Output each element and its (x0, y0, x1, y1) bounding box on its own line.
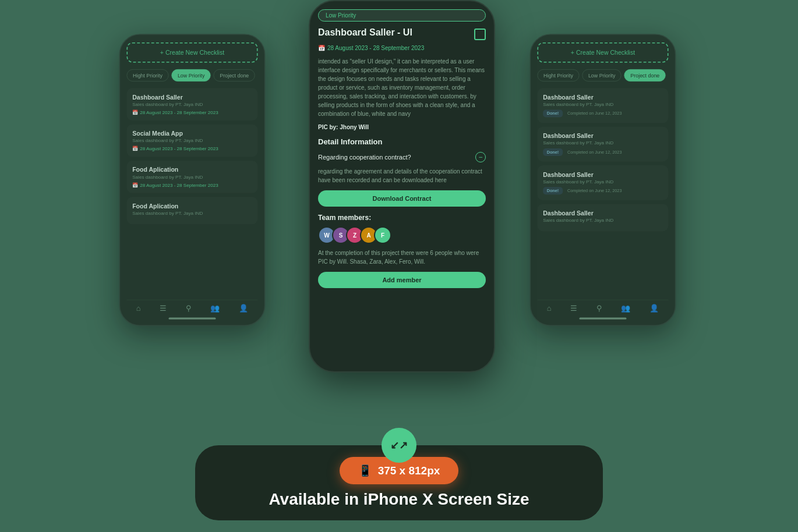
project-card-2-right[interactable]: Dashboard Saller Sales dashboard by PT. … (537, 165, 668, 200)
bottom-nav-left: ⌂ ☰ ⚲ 👥 👤 (126, 300, 257, 315)
calendar-icon-2-left: 📅 (132, 182, 138, 187)
accordion-toggle-icon[interactable]: − (475, 152, 486, 162)
tab-project-done-right[interactable]: Project done (624, 69, 666, 81)
tab-project-done-left[interactable]: Project done (214, 69, 255, 81)
iphone-label-pill: ↙↗ 📱 375 x 812px Available in iPhone X S… (195, 445, 603, 520)
project-sub-3-left: Sales dashboard by PT. Jaya IND (132, 211, 252, 216)
project-sub-0-left: Sales dashboard by PT. Jaya IND (132, 102, 252, 107)
project-card-1-right[interactable]: Dashboard Saller Sales dashboard by PT. … (537, 127, 668, 162)
size-label: 375 x 812px (378, 464, 440, 477)
accordion-label: Regarding cooperation contract? (318, 154, 411, 161)
project-card-0-left[interactable]: Dashboard Saller Sales dashboard by PT. … (126, 88, 257, 120)
calendar-icon-center: 📅 (318, 45, 325, 51)
home-icon-right[interactable]: ⌂ (547, 304, 552, 313)
accordion-description: regarding the agreement and details of t… (318, 167, 486, 185)
download-contract-btn[interactable]: Download Contract (318, 190, 486, 207)
add-member-btn[interactable]: Add member (318, 272, 486, 288)
low-priority-badge: Low Priority (318, 9, 486, 22)
calendar-icon-0-left: 📅 (132, 110, 138, 115)
project-title-2-left: Food Aplication (132, 166, 252, 173)
team-description: At the completion of this project there … (318, 249, 486, 266)
project-sub-2-left: Sales dashboard by PT. Jaya IND (132, 174, 252, 179)
home-icon-left[interactable]: ⌂ (136, 304, 141, 313)
project-date-1-left: 📅 28 August 2023 - 28 September 2023 (132, 146, 252, 151)
bottom-section: ↙↗ 📱 375 x 812px Available in iPhone X S… (0, 445, 798, 532)
detail-title-row: Dashboard Saller - UI (318, 27, 486, 40)
search-icon-left[interactable]: ⚲ (186, 304, 192, 313)
profile-icon-right[interactable]: 👤 (649, 304, 659, 313)
project-title-0-left: Dashboard Saller (132, 94, 252, 101)
done-badge-1: Done! (543, 148, 563, 156)
project-title-3-left: Food Aplication (132, 203, 252, 210)
detail-title: Dashboard Saller - UI (318, 27, 469, 38)
home-indicator-left (169, 318, 216, 320)
done-badge-0: Done! (543, 110, 563, 118)
project-title-1-right: Dashboard Saller (543, 132, 663, 139)
create-checklist-btn-right[interactable]: + Create New Checklist (537, 42, 668, 63)
project-date-0-left: 📅 28 August 2023 - 28 September 2023 (132, 110, 252, 115)
tab-low-priority-left[interactable]: Low Priority (171, 69, 211, 81)
bottom-nav-right: ⌂ ☰ ⚲ 👥 👤 (537, 300, 668, 315)
project-card-3-right[interactable]: Dashboard Saller Sales dashboard by PT. … (537, 204, 668, 231)
done-row-0: Done! Completed on June 12, 2023 (543, 110, 663, 118)
detail-description: intended as "seller UI design," it can b… (318, 57, 486, 118)
project-sub-1-left: Sales dashboard by PT. Jaya IND (132, 138, 252, 143)
project-date-2-left: 📅 28 August 2023 - 28 September 2023 (132, 182, 252, 187)
phone-left-screen: + Create New Checklist Hight Priority Lo… (120, 35, 264, 325)
project-sub-1-right: Sales dashboard by PT. Jaya IND (543, 140, 663, 146)
pic-name: Jhony Will (340, 124, 369, 130)
avatar-4: F (374, 226, 391, 244)
priority-tabs-left: Hight Priority Low Priority Project done (126, 69, 257, 81)
tab-hight-priority-right[interactable]: Hight Priority (537, 69, 579, 81)
done-badge-2: Done! (543, 187, 563, 194)
profile-icon-left[interactable]: 👤 (239, 304, 248, 313)
project-card-1-left[interactable]: Social Media App Sales dashboard by PT. … (126, 125, 257, 157)
pic-line: PIC by: Jhony Will (318, 124, 486, 130)
compress-icon: ↙↗ (390, 439, 408, 452)
project-card-3-left[interactable]: Food Aplication Sales dashboard by PT. J… (126, 197, 257, 224)
priority-tabs-right: Hight Priority Low Priority Project done (537, 69, 668, 81)
list-icon-left[interactable]: ☰ (160, 304, 166, 313)
calendar-icon-1-left: 📅 (132, 146, 138, 151)
project-sub-2-right: Sales dashboard by PT. Jaya IND (543, 179, 663, 185)
search-icon-right[interactable]: ⚲ (596, 304, 602, 313)
checkbox-icon[interactable] (474, 29, 486, 40)
phone-center: Low Priority Dashboard Saller - UI 📅 28 … (309, 0, 495, 373)
project-sub-3-right: Sales dashboard by PT. Jaya IND (543, 218, 663, 223)
tab-hight-priority-left[interactable]: Hight Priority (126, 69, 168, 81)
project-title-1-left: Social Media App (132, 130, 252, 137)
detail-info-title: Detail Information (318, 137, 486, 146)
done-date-2: Completed on June 12, 2023 (567, 189, 622, 193)
list-icon-right[interactable]: ☰ (570, 304, 577, 313)
phone-left: + Create New Checklist Hight Priority Lo… (119, 34, 266, 326)
project-card-2-left[interactable]: Food Aplication Sales dashboard by PT. J… (126, 161, 257, 193)
project-title-0-right: Dashboard Saller (543, 94, 663, 101)
phone-right: + Create New Checklist Hight Priority Lo… (530, 34, 676, 326)
project-title-3-right: Dashboard Saller (543, 210, 663, 217)
team-title: Team members: (318, 214, 486, 222)
compress-btn[interactable]: ↙↗ (382, 428, 416, 463)
home-indicator-right (580, 318, 627, 320)
detail-date: 📅 28 August 2023 - 28 September 2023 (318, 45, 486, 51)
done-row-2: Done! Completed on June 12, 2023 (543, 187, 663, 194)
project-sub-0-right: Sales dashboard by PT. Jaya IND (543, 102, 663, 107)
phone-small-icon: 📱 (358, 464, 372, 477)
phone-right-screen: + Create New Checklist Hight Priority Lo… (531, 35, 675, 325)
project-card-0-right[interactable]: Dashboard Saller Sales dashboard by PT. … (537, 88, 668, 123)
tab-low-priority-right[interactable]: Low Priority (582, 69, 622, 81)
group-icon-right[interactable]: 👥 (621, 304, 630, 313)
team-avatars: W S Z A F (318, 226, 486, 244)
project-title-2-right: Dashboard Saller (543, 171, 663, 178)
create-checklist-btn-left[interactable]: + Create New Checklist (126, 42, 257, 63)
phone-center-screen: Low Priority Dashboard Saller - UI 📅 28 … (310, 1, 494, 371)
done-date-1: Completed on June 12, 2023 (567, 150, 622, 154)
iphone-screen-label: Available in iPhone X Screen Size (269, 490, 529, 508)
accordion-item[interactable]: Regarding cooperation contract? − (318, 152, 486, 162)
done-row-1: Done! Completed on June 12, 2023 (543, 148, 663, 156)
group-icon-left[interactable]: 👥 (210, 304, 220, 313)
done-date-0: Completed on June 12, 2023 (567, 111, 622, 116)
